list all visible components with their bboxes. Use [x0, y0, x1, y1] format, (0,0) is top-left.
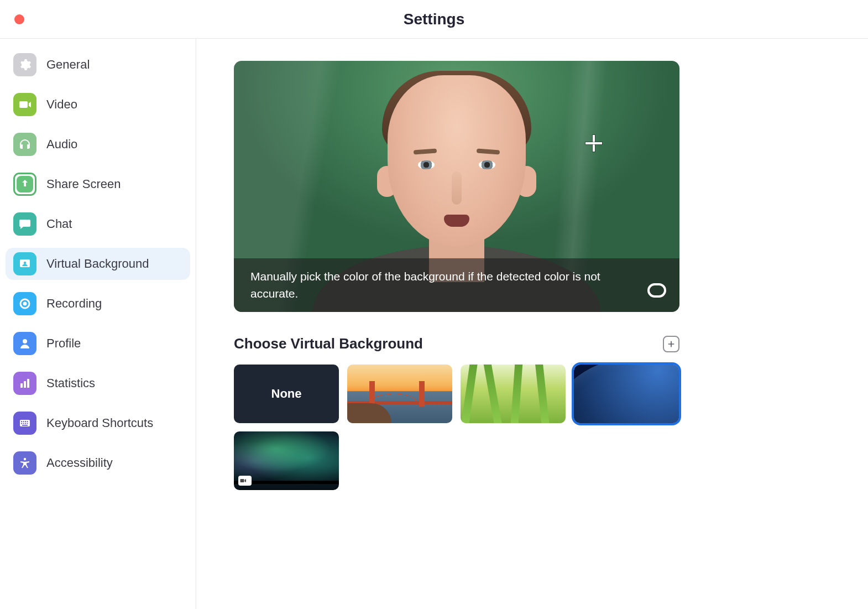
accessibility-icon	[13, 451, 36, 475]
share-screen-icon	[13, 173, 36, 196]
background-option-earth[interactable]	[574, 365, 679, 423]
sidebar-item-label: Accessibility	[46, 456, 113, 470]
keyboard-icon	[13, 412, 36, 435]
sidebar-item-label: Statistics	[46, 376, 95, 391]
add-background-button[interactable]	[663, 336, 679, 352]
sidebar-item-label: Profile	[46, 336, 81, 351]
svg-rect-15	[25, 423, 26, 424]
sidebar-item-keyboard-shortcuts[interactable]: Keyboard Shortcuts	[6, 407, 190, 439]
sidebar-item-chat[interactable]: Chat	[6, 208, 190, 240]
svg-rect-10	[23, 421, 24, 422]
sidebar-item-label: Share Screen	[46, 177, 121, 191]
settings-main-panel: Manually pick the color of the backgroun…	[196, 39, 868, 609]
svg-rect-16	[27, 423, 28, 424]
background-option-grass[interactable]	[461, 365, 566, 423]
svg-rect-7	[27, 379, 29, 388]
statistics-icon	[13, 372, 36, 395]
sidebar-item-label: General	[46, 58, 90, 72]
sidebar-item-audio[interactable]: Audio	[6, 128, 190, 160]
chat-icon	[13, 212, 36, 236]
svg-rect-14	[23, 423, 24, 424]
preview-person-nose	[452, 171, 462, 205]
plus-icon	[667, 340, 676, 348]
svg-rect-12	[27, 421, 28, 422]
window-controls	[14, 14, 24, 24]
app-body: General Video Audio Share Screen	[0, 39, 868, 609]
settings-sidebar: General Video Audio Share Screen	[0, 39, 196, 609]
svg-rect-17	[22, 425, 28, 426]
headphones-icon	[13, 133, 36, 156]
sidebar-item-label: Keyboard Shortcuts	[46, 416, 153, 430]
sidebar-item-virtual-background[interactable]: Virtual Background	[6, 248, 190, 280]
svg-point-1	[24, 262, 26, 264]
close-window-button[interactable]	[14, 14, 24, 24]
sidebar-item-label: Virtual Background	[46, 257, 149, 271]
sidebar-item-label: Recording	[46, 296, 102, 311]
preview-person-mouth	[444, 215, 469, 227]
section-title: Choose Virtual Background	[234, 335, 423, 352]
sidebar-item-statistics[interactable]: Statistics	[6, 367, 190, 399]
svg-rect-9	[21, 421, 22, 422]
preview-person-eye	[479, 160, 495, 169]
svg-point-4	[23, 339, 27, 343]
background-option-label: None	[271, 387, 302, 401]
video-preview: Manually pick the color of the backgroun…	[234, 61, 679, 312]
titlebar: Settings	[0, 0, 868, 39]
background-option-none[interactable]: None	[234, 365, 339, 423]
background-thumbnails: None	[234, 365, 682, 490]
sidebar-item-recording[interactable]: Recording	[6, 288, 190, 320]
sidebar-item-label: Video	[46, 97, 77, 112]
preview-person-eye	[418, 160, 435, 169]
sidebar-item-share-screen[interactable]: Share Screen	[6, 168, 190, 200]
window-title: Settings	[0, 11, 868, 28]
svg-point-18	[24, 458, 26, 460]
sidebar-item-label: Chat	[46, 217, 72, 231]
gear-icon	[13, 53, 36, 76]
background-option-aurora[interactable]	[234, 431, 339, 490]
svg-rect-11	[25, 421, 26, 422]
record-icon	[13, 292, 36, 315]
video-badge-icon	[238, 476, 252, 486]
svg-rect-13	[21, 423, 22, 424]
pick-color-button[interactable]	[647, 283, 666, 298]
svg-rect-5	[20, 383, 23, 388]
sidebar-item-accessibility[interactable]: Accessibility	[6, 447, 190, 479]
sidebar-item-general[interactable]: General	[6, 49, 190, 81]
color-picker-cursor-icon	[585, 135, 602, 152]
section-header: Choose Virtual Background	[234, 335, 679, 352]
sidebar-item-profile[interactable]: Profile	[6, 327, 190, 360]
background-option-bridge[interactable]	[347, 365, 452, 423]
profile-icon	[13, 332, 36, 355]
svg-point-3	[23, 302, 27, 306]
preview-hint-text: Manually pick the color of the backgroun…	[234, 258, 679, 312]
video-icon	[13, 93, 36, 116]
sidebar-item-label: Audio	[46, 137, 77, 152]
sidebar-item-video[interactable]: Video	[6, 89, 190, 121]
virtual-background-icon	[13, 252, 36, 275]
svg-rect-6	[24, 381, 26, 388]
